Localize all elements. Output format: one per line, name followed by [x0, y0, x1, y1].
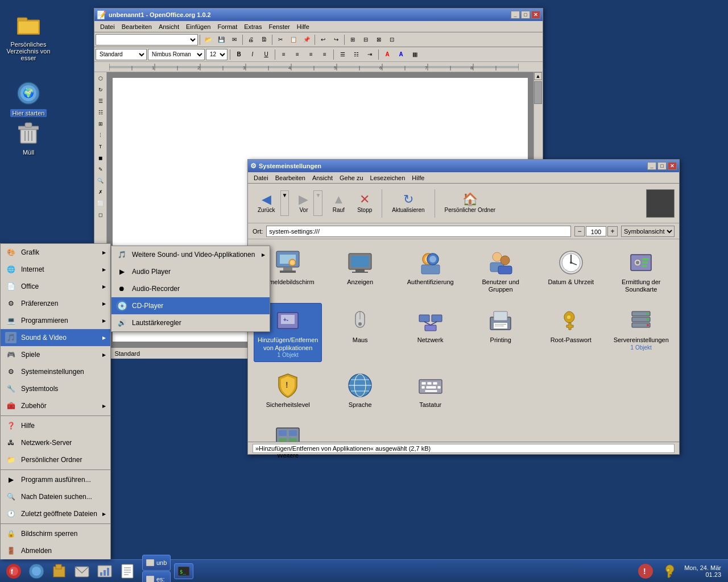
sys-maximize-button[interactable]: □: [657, 162, 667, 170]
menu-item-sound-video[interactable]: 🎵 Sound & Video ▶: [1, 329, 110, 346]
menu-item-zuletzt-geoffnet[interactable]: 🕐 Zuletzt geöffnete Dateien ▶: [1, 505, 110, 522]
taskbar-app-terminal[interactable]: $_: [174, 563, 193, 579]
desktop-icon-trash[interactable]: Müll: [6, 119, 51, 156]
sys-menu-hilfe[interactable]: Hilfe: [408, 173, 428, 182]
submenu-lautstarke[interactable]: 🔊 Lautstärkeregler: [111, 314, 270, 331]
sys-item-rootpasswort[interactable]: Root-Passwort: [539, 303, 603, 361]
nav-forward-button[interactable]: ▶ Vor: [293, 190, 313, 216]
oo-btn-nav3[interactable]: ⊠: [373, 34, 385, 46]
sys-menu-ansicht[interactable]: Ansicht: [309, 173, 336, 182]
oo-list2[interactable]: ☷: [350, 48, 362, 61]
oo-tool-13[interactable]: ◻: [96, 210, 106, 220]
oo-btn-nav2[interactable]: ⊟: [359, 34, 372, 46]
oo-menu-format[interactable]: Format: [214, 22, 241, 31]
sys-item-datum[interactable]: Datum & Uhrzeit: [539, 245, 603, 297]
zoom-in-button[interactable]: +: [607, 226, 618, 236]
taskbar-icon-chart[interactable]: [94, 561, 115, 581]
taskbar-icon-mail[interactable]: [72, 561, 92, 581]
menu-item-office[interactable]: 📄 Office ▶: [1, 278, 110, 295]
oo-align-center[interactable]: ≡: [291, 48, 304, 61]
desktop-icon-personal-folder[interactable]: PersönlichesVerzeichnis vonesser: [6, 11, 51, 61]
taskbar-icon-files[interactable]: [49, 561, 69, 581]
oo-btn-paste[interactable]: 📌: [300, 34, 313, 46]
sys-item-anzeigen[interactable]: Anzeigen: [328, 245, 392, 297]
sys-item-maus[interactable]: Maus: [328, 303, 392, 361]
sys-item-sicherheit[interactable]: ! Sicherheitslevel: [254, 368, 322, 413]
desktop-icon-hier-starten[interactable]: 🌍 Hier starten: [6, 80, 51, 117]
sys-close-button[interactable]: ✕: [668, 162, 677, 170]
oo-menu-bearbeiten[interactable]: Bearbeiten: [118, 22, 155, 31]
oo-tool-10[interactable]: 🔍: [96, 176, 106, 186]
taskbar-icon-browser[interactable]: [26, 561, 47, 581]
menu-item-bildschirm-sperren[interactable]: 🔒 Bildschirm sperren: [1, 525, 110, 542]
oo-menu-ansicht[interactable]: Ansicht: [155, 22, 183, 31]
menu-item-systemtools[interactable]: 🔧 Systemtools: [1, 380, 110, 397]
oo-font-color2[interactable]: A: [395, 48, 407, 61]
oo-menu-fenster[interactable]: Fenster: [265, 22, 293, 31]
sys-item-soundkarte[interactable]: Ermittlung der Soundkarte: [609, 245, 673, 297]
nav-forward-arrow[interactable]: ▼: [313, 190, 322, 216]
view-select[interactable]: Symbolansicht: [621, 226, 675, 237]
menu-item-programm-ausfuhren[interactable]: ▶ Programm ausführen...: [1, 471, 110, 488]
oo-font-color[interactable]: A: [381, 48, 394, 61]
oo-highlight[interactable]: ▦: [408, 48, 421, 61]
sys-item-printing[interactable]: Printing: [468, 303, 533, 361]
tray-key-icon[interactable]: [660, 561, 681, 581]
menu-item-spiele[interactable]: 🎮 Spiele ▶: [1, 346, 110, 363]
oo-align-left[interactable]: ≡: [278, 48, 290, 61]
oo-align-justify[interactable]: ≡: [318, 48, 331, 61]
menu-item-programmieren[interactable]: 💻 Programmieren ▶: [1, 312, 110, 329]
zoom-out-button[interactable]: −: [574, 226, 585, 236]
oo-tool-5[interactable]: ⊞: [96, 119, 106, 129]
oo-btn-cut[interactable]: ✂: [274, 34, 287, 46]
oo-style-select[interactable]: Standard: [96, 49, 147, 60]
oo-menu-extras[interactable]: Extras: [241, 22, 265, 31]
oo-indent[interactable]: ⇥: [363, 48, 376, 61]
oo-tool-12[interactable]: ⬜: [96, 198, 106, 209]
oo-bold-button[interactable]: B: [233, 48, 245, 61]
oo-btn-print-preview[interactable]: 🖺: [258, 34, 270, 46]
sys-menu-gehzu[interactable]: Gehe zu: [336, 173, 367, 182]
menu-item-internet[interactable]: 🌐 Internet ▶: [1, 261, 110, 278]
nav-back-arrow[interactable]: ▼: [280, 190, 289, 216]
nav-back-button[interactable]: ◀ Zurück: [253, 190, 280, 216]
menu-item-hilfe[interactable]: ❓ Hilfe: [1, 417, 110, 434]
menu-item-praferenzen[interactable]: ⚙ Präferenzen ▶: [1, 295, 110, 312]
oo-menu-hilfe[interactable]: Hilfe: [293, 22, 313, 31]
sys-item-netzwerk[interactable]: Netzwerk: [398, 303, 463, 361]
oo-btn-undo[interactable]: ↩: [317, 34, 329, 46]
sys-item-sprache[interactable]: Sprache: [328, 368, 392, 413]
oo-tool-7[interactable]: T: [96, 142, 106, 152]
sys-item-benutzer[interactable]: Benutzer und Gruppen: [468, 245, 533, 297]
sys-minimize-button[interactable]: _: [647, 162, 656, 170]
taskbar-icon-notepad[interactable]: [117, 561, 138, 581]
menu-item-personlicher-ordner[interactable]: 📁 Persönlicher Ordner: [1, 451, 110, 468]
oo-btn-save[interactable]: 💾: [215, 34, 228, 46]
submenu-cd-player[interactable]: 💿 CD-Player: [111, 297, 270, 314]
oo-tool-8[interactable]: ◼: [96, 153, 106, 163]
oo-tool-9[interactable]: ✎: [96, 164, 106, 174]
oo-fontsize-select[interactable]: 12: [206, 49, 228, 60]
nav-stop-button[interactable]: ✕ Stopp: [352, 190, 377, 216]
oo-tool-3[interactable]: ☰: [96, 96, 106, 106]
nav-home-button[interactable]: 🏠 Persönlicher Ordner: [440, 190, 500, 216]
oo-btn-redo[interactable]: ↪: [330, 34, 342, 46]
tray-alert-icon[interactable]: !: [635, 561, 656, 581]
oo-btn-print[interactable]: 🖨: [245, 34, 257, 46]
oo-maximize-button[interactable]: □: [521, 11, 530, 19]
sys-menu-datei[interactable]: Datei: [250, 173, 272, 182]
sys-item-tastatur[interactable]: Tastatur: [398, 368, 463, 413]
submenu-audio-recorder[interactable]: ⏺ Audio-Recorder: [111, 280, 270, 297]
menu-item-netzwerk-server[interactable]: 🖧 Netzwerk-Server: [1, 434, 110, 451]
oo-tool-1[interactable]: ⬡: [96, 73, 106, 84]
nav-reload-button[interactable]: ↻ Aktualisieren: [387, 190, 429, 216]
menu-item-abmelden[interactable]: 🚪 Abmelden: [1, 542, 110, 559]
oo-align-right[interactable]: ≡: [305, 48, 317, 61]
oo-btn-copy[interactable]: 📋: [287, 34, 300, 46]
menu-item-grafik[interactable]: 🎨 Grafik ▶: [1, 244, 110, 261]
oo-toolbar-combo[interactable]: [96, 34, 198, 45]
submenu-weitere-sound[interactable]: 🎵 Weitere Sound- und Video-Applikationen…: [111, 246, 270, 263]
oo-btn-nav1[interactable]: ⊞: [346, 34, 359, 46]
sys-menu-lesezeichen[interactable]: Lesezeichen: [367, 173, 409, 182]
sys-item-server[interactable]: Servereinstellungen 1 Objekt: [609, 303, 673, 361]
